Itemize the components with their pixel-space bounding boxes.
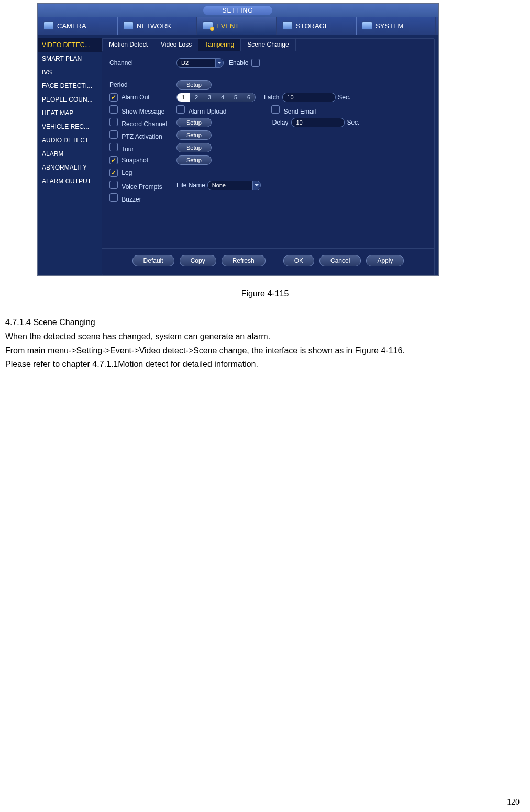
window-title: SETTING	[203, 6, 272, 15]
main-tab-bar: CAMERA NETWORK EVENT STORAGE SYSTEM	[38, 17, 438, 35]
chevron-down-icon	[252, 181, 260, 190]
record-channel-label: Record Channel	[122, 120, 167, 128]
subtab-tampering[interactable]: Tampering	[198, 39, 241, 51]
voice-label: Voice Prompts	[122, 183, 162, 191]
paragraph: From main menu->Setting->Event->Video de…	[5, 344, 528, 358]
subtab-scene-change[interactable]: Scene Change	[241, 39, 295, 51]
sidebar-item-video-detect[interactable]: VIDEO DETEC...	[38, 38, 102, 52]
paragraph: Please refer to chapter 4.7.1.1Motion de…	[5, 358, 528, 371]
settings-window: SETTING CAMERA NETWORK EVENT STORAGE SYS…	[37, 3, 439, 276]
chevron-down-icon	[215, 59, 223, 67]
maintab-storage[interactable]: STORAGE	[277, 17, 356, 35]
alarm-out-checkbox[interactable]	[109, 93, 118, 102]
alarm-upload-checkbox[interactable]	[176, 105, 185, 114]
footer-button-row: Default Copy Refresh OK Cancel Apply	[102, 248, 434, 275]
enable-checkbox[interactable]	[251, 59, 260, 67]
content-panel: Motion Detect Video Loss Tampering Scene…	[102, 38, 435, 275]
channel-select[interactable]: D2	[176, 58, 224, 68]
snapshot-setup-button[interactable]: Setup	[176, 155, 212, 165]
alarm-out-label: Alarm Out	[122, 94, 150, 101]
buzzer-checkbox[interactable]	[109, 193, 118, 202]
delay-input[interactable]: 10	[291, 118, 345, 127]
network-icon	[123, 21, 134, 30]
snapshot-checkbox[interactable]	[109, 156, 118, 164]
delay-unit: Sec.	[347, 119, 359, 126]
ptz-label: PTZ Activation	[122, 133, 162, 140]
ptz-checkbox[interactable]	[109, 130, 118, 139]
ptz-setup-button[interactable]: Setup	[176, 130, 212, 140]
sidebar-item-alarm[interactable]: ALARM	[38, 147, 102, 161]
record-channel-checkbox[interactable]	[109, 118, 118, 126]
latch-label: Latch	[264, 94, 279, 101]
sidebar-item-smart-plan[interactable]: SMART PLAN	[38, 52, 102, 65]
delay-label: Delay	[272, 119, 289, 126]
sidebar-item-alarm-output[interactable]: ALARM OUTPUT	[38, 174, 102, 188]
buzzer-label: Buzzer	[122, 196, 141, 203]
maintab-network[interactable]: NETWORK	[117, 17, 197, 35]
event-icon	[203, 21, 213, 30]
alarm-out-channels[interactable]: 1 2 3 4 5 6	[176, 93, 256, 102]
channel-label: Channel	[109, 59, 176, 66]
sidebar-item-heat-map[interactable]: HEAT MAP	[38, 106, 102, 120]
period-label: Period	[109, 81, 176, 88]
copy-button[interactable]: Copy	[180, 255, 216, 266]
refresh-button[interactable]: Refresh	[222, 255, 266, 266]
storage-icon	[282, 21, 293, 30]
sidebar-item-face-detect[interactable]: FACE DETECTI...	[38, 79, 102, 93]
subtab-bar: Motion Detect Video Loss Tampering Scene…	[102, 39, 434, 51]
window-titlebar: SETTING	[38, 4, 438, 17]
record-channel-setup-button[interactable]: Setup	[176, 118, 212, 127]
alarm-upload-label: Alarm Upload	[189, 108, 227, 115]
form-area: Channel D2 Enable Period Setup	[102, 51, 434, 248]
maintab-camera[interactable]: CAMERA	[38, 17, 117, 35]
ok-button[interactable]: OK	[283, 255, 314, 266]
file-name-select[interactable]: None	[207, 181, 261, 190]
sidebar-item-vehicle-rec[interactable]: VEHICLE REC...	[38, 120, 102, 134]
figure-caption: Figure 4-115	[0, 289, 530, 298]
paragraph: When the detected scene has changed, sys…	[5, 330, 528, 343]
section-heading: 4.7.1.4 Scene Changing	[5, 316, 528, 329]
subtab-video-loss[interactable]: Video Loss	[154, 39, 198, 51]
send-email-label: Send Email	[284, 108, 316, 115]
enable-label: Enable	[229, 59, 248, 66]
cancel-button[interactable]: Cancel	[319, 255, 361, 266]
maintab-system[interactable]: SYSTEM	[356, 17, 436, 35]
snapshot-label: Snapshot	[122, 157, 148, 164]
tour-setup-button[interactable]: Setup	[176, 143, 212, 152]
tour-label: Tour	[122, 146, 134, 153]
send-email-checkbox[interactable]	[271, 105, 280, 114]
subtab-motion-detect[interactable]: Motion Detect	[102, 39, 154, 51]
sidebar-item-people-count[interactable]: PEOPLE COUN...	[38, 93, 102, 106]
sidebar-item-abnormality[interactable]: ABNORMALITY	[38, 161, 102, 174]
log-checkbox[interactable]	[109, 169, 118, 177]
maintab-event[interactable]: EVENT	[197, 17, 277, 35]
tour-checkbox[interactable]	[109, 143, 118, 151]
latch-unit: Sec.	[338, 94, 350, 101]
show-message-label: Show Message	[122, 108, 164, 115]
document-text: 4.7.1.4 Scene Changing When the detected…	[0, 316, 530, 371]
default-button[interactable]: Default	[132, 255, 174, 266]
system-icon	[362, 21, 372, 30]
latch-input[interactable]: 10	[282, 93, 336, 102]
sidebar-item-audio-detect[interactable]: AUDIO DETECT	[38, 134, 102, 147]
apply-button[interactable]: Apply	[366, 255, 404, 266]
log-label: Log	[122, 169, 132, 176]
page-number: 120	[507, 797, 520, 807]
show-message-checkbox[interactable]	[109, 105, 118, 114]
file-name-label: File Name	[176, 182, 205, 189]
camera-icon	[43, 21, 54, 30]
period-setup-button[interactable]: Setup	[176, 80, 212, 90]
voice-checkbox[interactable]	[109, 181, 118, 189]
sidebar: VIDEO DETEC... SMART PLAN IVS FACE DETEC…	[38, 35, 102, 275]
sidebar-item-ivs[interactable]: IVS	[38, 65, 102, 79]
